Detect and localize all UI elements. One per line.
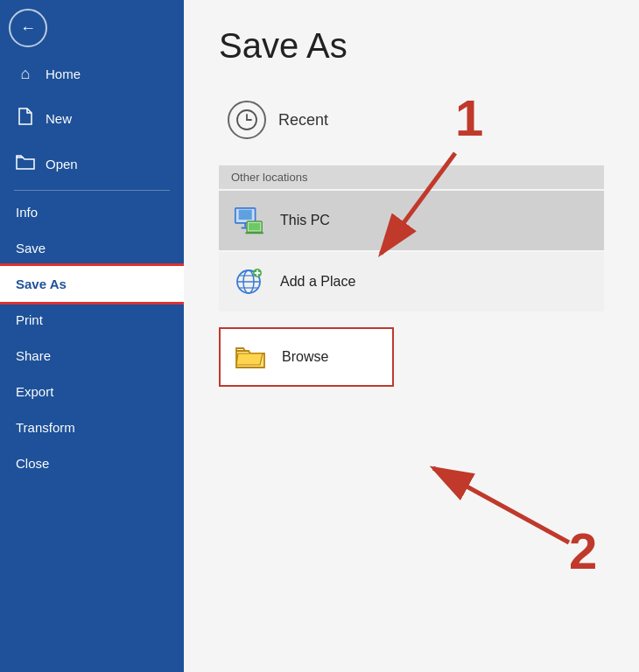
svg-text:2: 2	[569, 522, 597, 579]
sidebar-item-open-label: Open	[46, 157, 78, 172]
clock-icon	[228, 101, 266, 139]
other-locations-label: Other locations	[219, 165, 604, 189]
sidebar-item-export-label: Export	[16, 384, 53, 399]
sidebar-item-info-label: Info	[16, 205, 38, 220]
sidebar-item-new-label: New	[46, 111, 72, 126]
sidebar-item-print-label: Print	[16, 312, 43, 327]
browse-button[interactable]: Browse	[219, 327, 394, 387]
sidebar-item-share-label: Share	[16, 348, 51, 363]
sidebar-item-info[interactable]: Info	[0, 194, 184, 230]
main-panel: Save As Recent Other locations	[184, 0, 639, 672]
sidebar-divider	[14, 190, 170, 191]
svg-rect-8	[249, 223, 260, 231]
sidebar-item-save-as-label: Save As	[16, 276, 67, 291]
svg-rect-9	[245, 232, 263, 234]
page-title: Save As	[219, 26, 604, 66]
add-place-label: Add a Place	[280, 274, 355, 290]
sidebar-item-transform[interactable]: Transform	[0, 410, 184, 445]
sidebar-item-export[interactable]: Export	[0, 374, 184, 410]
sidebar-item-close[interactable]: Close	[0, 445, 184, 481]
browse-folder-icon	[233, 340, 268, 374]
svg-line-23	[433, 468, 569, 542]
sidebar-item-print[interactable]: Print	[0, 302, 184, 338]
browse-label: Browse	[282, 349, 328, 365]
sidebar-item-close-label: Close	[16, 456, 49, 471]
pc-icon	[231, 203, 266, 238]
this-pc-item[interactable]: This PC	[219, 191, 604, 250]
new-doc-icon	[16, 108, 35, 130]
home-icon: ⌂	[16, 65, 35, 83]
sidebar-item-new[interactable]: New	[0, 95, 184, 142]
sidebar-item-home-label: Home	[46, 66, 81, 81]
sidebar: ← ⌂ Home New Open Info Save Save As	[0, 0, 184, 672]
back-button[interactable]: ←	[9, 9, 47, 47]
this-pc-label: This PC	[280, 213, 330, 228]
sidebar-item-save-as[interactable]: Save As	[0, 266, 184, 302]
globe-icon	[231, 264, 266, 299]
open-icon	[16, 154, 35, 174]
sidebar-item-share[interactable]: Share	[0, 338, 184, 374]
svg-rect-4	[239, 210, 252, 220]
sidebar-item-transform-label: Transform	[16, 420, 75, 435]
sidebar-item-save-label: Save	[16, 241, 46, 256]
sidebar-item-home[interactable]: ⌂ Home	[0, 52, 184, 95]
sidebar-item-open[interactable]: Open	[0, 142, 184, 186]
sidebar-item-save[interactable]: Save	[0, 230, 184, 266]
back-icon: ←	[20, 19, 36, 38]
recent-option[interactable]: Recent	[219, 92, 604, 157]
add-place-item[interactable]: Add a Place	[219, 252, 604, 312]
recent-label: Recent	[278, 111, 328, 130]
